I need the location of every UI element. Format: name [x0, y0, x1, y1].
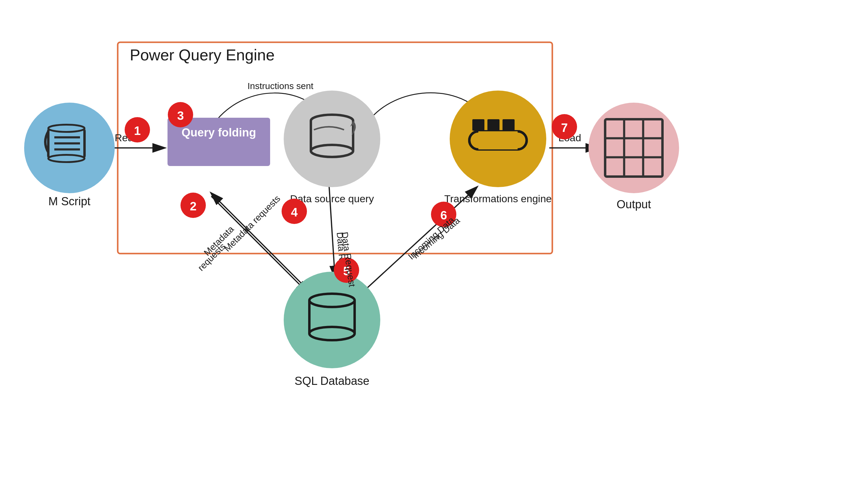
metadata-label-rotated: Metadata requests: [222, 193, 282, 253]
transformations-label: Transformations engine: [444, 193, 552, 204]
svg-rect-18: [502, 119, 515, 131]
engine-box-label: Power Query Engine: [130, 46, 275, 64]
diagram-container: Power Query Engine Read Instructions sen…: [0, 0, 868, 489]
label-instructions: Instructions sent: [247, 81, 314, 91]
m-script-label: M Script: [48, 195, 91, 208]
m-script-circle: [24, 103, 115, 193]
badge-3-label: 3: [177, 109, 184, 122]
badge-4-label: 4: [291, 206, 298, 219]
badge-2-label: 2: [190, 200, 196, 213]
svg-point-6: [48, 125, 85, 132]
data-source-icon: [311, 115, 356, 157]
incoming-data-label: Incoming Data: [406, 215, 456, 262]
output-circle: [589, 103, 679, 193]
output-label: Output: [617, 198, 651, 211]
sql-db-label: SQL Database: [294, 375, 369, 387]
badge-1-label: 1: [134, 124, 141, 137]
badge-7-label: 7: [561, 121, 568, 134]
svg-rect-17: [488, 119, 499, 131]
svg-rect-15: [478, 131, 518, 149]
svg-rect-16: [472, 119, 485, 131]
sql-db-circle: [284, 272, 380, 368]
query-folding-label: Query folding: [182, 126, 256, 139]
svg-point-5: [48, 155, 85, 162]
